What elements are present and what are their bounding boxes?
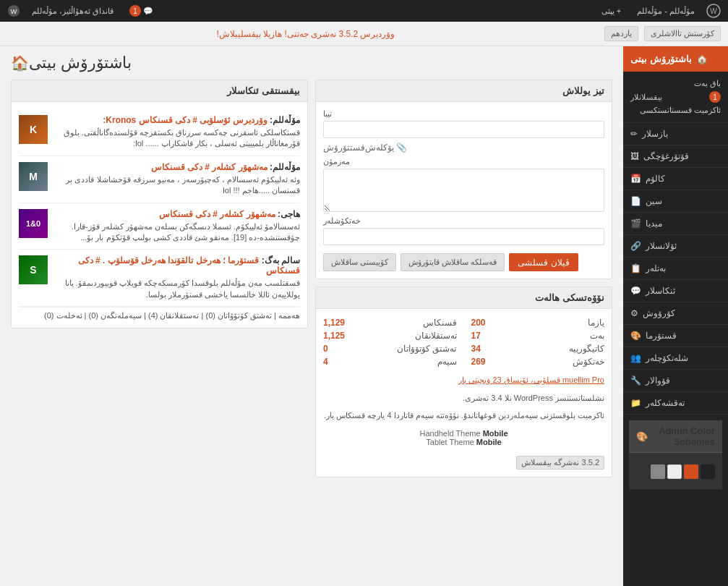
comment-body-2: مۆڵه‌للم: مه‌شهۆر کشله‌ر # دکى قسنکاس وئ… [53, 162, 300, 197]
left-column: تيز يوللاش تيبا 📎 يۆکلەش‌قستتۆرۆش [315, 80, 612, 477]
comment-avatar-3: 0&1 [19, 209, 48, 238]
comment-author-link-3[interactable]: مه‌شهۆر کشله‌ر # دکى قسنکاس [159, 209, 275, 219]
photos-label: قۆتۆرغۆچگى [643, 151, 689, 161]
notifications-label: بيقسلانلار [630, 93, 662, 102]
tags-label: خەتکۆشلەر [323, 216, 361, 226]
tags-input[interactable] [323, 228, 604, 245]
home-icon: 🏠 [696, 54, 708, 64]
sidebar-item-home[interactable]: باق بەت [630, 77, 721, 90]
recent-comments-body: مۆڵه‌للم: وۆرديرس ئۆسلۆبى # دکى قسنکاس K… [12, 102, 307, 328]
svg-text:W: W [11, 8, 17, 15]
at-glance-title: نۆۆه‌تسکى هاله‌ت [316, 287, 612, 309]
photo-icon: 🖼 [630, 151, 639, 161]
swatch-orange[interactable] [684, 464, 698, 479]
approved-num: 1,125 [323, 331, 345, 341]
sidebar-item-yazsmalar[interactable]: يازسلار ✏ [623, 123, 728, 145]
comments-link[interactable]: 💬 1 [125, 5, 158, 17]
comment-author-link-2[interactable]: مه‌شهۆر کشله‌ر # دکى قسنکاس [151, 162, 267, 172]
bet-num: 17 [471, 331, 481, 341]
page-title: باشتۆرۆش بيتى [29, 54, 132, 72]
user-info[interactable]: قانداق ئه‌هۆاڵئيز، مۆڵه‌للم [27, 7, 118, 16]
media-icon: 🎬 [630, 218, 641, 229]
betler-icon: 📋 [630, 263, 641, 273]
glance-category: کاتيگورييه 34 [471, 342, 605, 355]
calendar-label: کالۆم [646, 174, 665, 184]
avatar-text-3: 0&1 [19, 209, 48, 238]
sidebar-item-betler[interactable]: بەتلەر 📋 [623, 258, 728, 280]
dashboard-grid: تيز يوللاش تيبا 📎 يۆکلەش‌قستتۆرۆش [11, 80, 612, 477]
comment-text-2: وئه ئه‌لييکۆم ئه‌سسالام ، که‌چيۆرسەز ، م… [53, 174, 300, 197]
sidebar-item-calendar[interactable]: کالۆم 📅 [623, 168, 728, 190]
comment-text-4: قسقتلسب مەن مۆڵه‌للم بلوقسدا کۆرمسکه‌چکه… [53, 278, 300, 300]
sidebar-item-pages[interactable]: سين 📄 [623, 190, 728, 213]
update-notice: وۆرديرس 3.5.2 نه‌شری جه‌تتی! هازيلا بيقس… [7, 29, 604, 39]
sidebar-item-akismet[interactable]: ئاکزميت قسستاتستکسى [630, 104, 721, 116]
swatch-light[interactable] [667, 464, 682, 479]
swatch-gray[interactable] [651, 464, 665, 479]
title-row: تيبا [323, 109, 604, 138]
comment-avatar-2: M [19, 162, 48, 191]
wp-info-text: نشلستاتستنسز WordPress نلا 3.4 تەشرى. [463, 394, 604, 402]
help-button[interactable]: ياردهم [604, 26, 638, 41]
new-content-link[interactable]: + يپئى [597, 7, 625, 16]
screen-options-button[interactable]: کۆرستش تاالاشلری [644, 26, 721, 41]
quick-press-body: تيبا 📎 يۆکلەش‌قستتۆرۆش مه‌زمۆن [316, 102, 612, 279]
comments-menu-icon: 💬 [630, 286, 641, 296]
glance-stats: يازما 200 بەت 17 کاتيگورييه 34 [323, 316, 604, 368]
swatch-dark[interactable] [701, 464, 715, 479]
quick-press-label: تيز يوللاش [562, 85, 604, 96]
content-textarea[interactable] [323, 169, 604, 212]
sidebar-item-photos[interactable]: قۆتۆرغۆچگى 🖼 [623, 145, 728, 168]
reset-button[interactable]: کۆييستى ساقلاش [323, 253, 396, 271]
glance-spam: سيەم 4 [323, 355, 457, 368]
sidebar-item-plugins[interactable]: قستۆرما 🎨 [623, 325, 728, 347]
extra-info: ئاکزميت بلوقسئزنى سيەملەردين قوغهاتاندۇ.… [323, 409, 604, 422]
glance-left-col: يازما 200 بەت 17 کاتيگورييه 34 [471, 316, 605, 368]
title-label: تيبا [323, 109, 332, 119]
recent-comments-label: بيقسنتقى ئنکاسلار [227, 85, 300, 96]
comments-footer: ھەممە | تە‌شتق کۆتۆۆاتان (0) | تە‌ستقلان… [19, 307, 300, 320]
comment-body-4: سالم بەگ: قستۆرما ؛ ھەرخل تالقۆندا ھەرخل… [53, 255, 300, 300]
sidebar-item-comments[interactable]: ئنکاسلار 💬 [623, 280, 728, 302]
comment-body-3: هاجى: مه‌شهۆر کشله‌ر # دکى قسنکاس ئه‌سسا… [53, 209, 300, 244]
comments-glance-label: قسنکاس [423, 318, 457, 328]
tablet-theme: Tablet Theme Mobile [323, 438, 604, 446]
notifications-badge: 1 [709, 91, 721, 103]
sidebar-dashboard-link[interactable]: 🏠 باشتۆرۆش بيتى [623, 46, 728, 72]
sidebar-item-media[interactable]: ميديا 🎬 [623, 213, 728, 235]
quick-press-widget: تيز يوللاش تيبا 📎 يۆکلەش‌قستتۆرۆش [315, 80, 612, 279]
upload-icon-button[interactable]: 📎 يۆکلەش‌قستتۆرۆش [323, 143, 407, 153]
comments-footer-link[interactable]: ھەممە | تە‌شتق کۆتۆۆاتان (0) | تە‌ستقلان… [44, 311, 300, 320]
comments-menu-label: ئنکاسلار [646, 286, 675, 296]
tools-icon: 🔧 [630, 375, 641, 386]
links-icon: 🔗 [630, 241, 641, 251]
publish-button[interactable]: ڤيلان قسلشى [509, 253, 578, 271]
wp-icon: W [7, 4, 20, 17]
sidebar-item-settings[interactable]: تەقشه‌کلەر 📁 [623, 392, 728, 415]
appearance-icon: ⚙ [630, 308, 638, 318]
akismet-label: ئاکزميت قسستاتستکسى [640, 106, 721, 115]
glance-right-col: قسنکاس 1,129 ته‌ستقلانقان 1,125 ته‌شتق ک… [323, 316, 457, 368]
handheld-info: Handheld Theme Mobile Tablet Theme Mobil… [323, 429, 604, 446]
title-input[interactable] [323, 121, 604, 138]
comment-author-2: مۆڵه‌للم: مه‌شهۆر کشله‌ر # دکى قسنکاس [53, 162, 300, 172]
draft-button[interactable]: قه‌سلکه ساقلاش قايتۆرۆش [401, 253, 505, 271]
users-label: شله‌تکۆچلەر [646, 353, 688, 363]
color-schemes-widget: Admin Color Schemes 🎨 [629, 420, 722, 490]
sidebar-item-users[interactable]: شله‌تکۆچلەر 👥 [623, 347, 728, 370]
update-link[interactable]: وۆرديرس 3.5.2 نه‌شری جه‌تتی! هازيلا بيقس… [216, 29, 395, 39]
comment-author-link-1[interactable]: وۆرديرس ئۆسلۆبى # دکى قسنکاس [139, 115, 267, 125]
handheld-theme: Handheld Theme Mobile [323, 429, 604, 438]
sidebar-item-appearance[interactable]: کۆرۆوش ⚙ [623, 302, 728, 325]
settings-label: تەقشه‌کلەر [646, 398, 685, 408]
comment-author-1: مۆڵه‌للم: وۆرديرس ئۆسلۆبى # دکى قسنکاس K… [53, 115, 300, 125]
spam-label: سيەم [437, 357, 457, 367]
sidebar-item-notifications[interactable]: 1 بيقسلانلار [630, 90, 721, 104]
sidebar-item-tools[interactable]: قۆوالار 🔧 [623, 370, 728, 392]
glance-yazma: يازما 200 [471, 316, 605, 329]
sidebar-item-links[interactable]: ئۆلانسلار 🔗 [623, 235, 728, 258]
site-name-link[interactable]: مۆڵه‌للم - مۆڵه‌للم [633, 7, 699, 16]
version-badge[interactable]: 3.5.2 نه‌شرگه بيقسلاش [516, 456, 604, 470]
plugin-link[interactable]: muellim Pro قسلۆبى، ئۆنساق 23 ۋيجيتى بار [458, 375, 604, 384]
at-glance-widget: نۆۆه‌تسکى هاله‌ت يازما 200 بەت [315, 286, 612, 477]
